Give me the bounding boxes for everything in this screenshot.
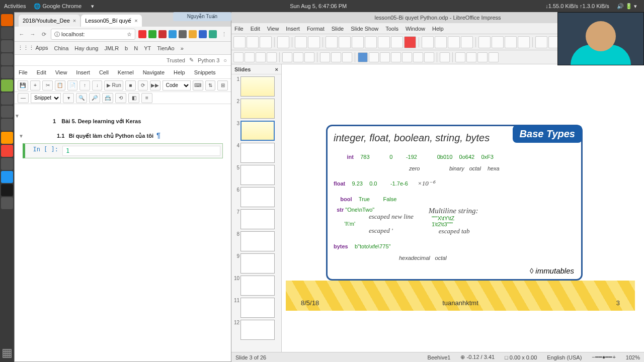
dock-app[interactable]	[1, 66, 13, 78]
toolbar-button[interactable]	[342, 52, 352, 62]
move-up-button[interactable]: ↑	[79, 80, 90, 90]
slide-thumbnail[interactable]: 6	[233, 187, 279, 207]
extension-icon[interactable]	[209, 30, 217, 38]
arrow-button[interactable]	[233, 52, 244, 62]
stop-button[interactable]: ■	[125, 80, 136, 90]
dock-app[interactable]	[1, 132, 13, 144]
dock-files[interactable]	[1, 27, 13, 39]
new-button[interactable]	[233, 36, 246, 48]
tb-button[interactable]: ≡	[141, 93, 152, 103]
close-icon[interactable]: ×	[275, 66, 278, 72]
dock-app[interactable]	[1, 79, 13, 92]
toolbar-button[interactable]	[477, 52, 488, 62]
textbox-button[interactable]	[422, 36, 434, 48]
paste-button[interactable]: 📄	[67, 80, 78, 90]
redo-button[interactable]	[308, 36, 320, 48]
slide-thumbnail[interactable]: 2	[233, 99, 279, 119]
toolbar-button[interactable]	[404, 36, 416, 48]
toolbar-button[interactable]	[505, 36, 517, 48]
active-app[interactable]: 🌐 Google Chrome ▾	[34, 3, 94, 10]
tb-button[interactable]: ▾	[63, 93, 74, 103]
slide-thumbnail[interactable]: 4	[233, 143, 279, 163]
menu-edit[interactable]: Edit	[37, 69, 46, 75]
menu-cell[interactable]: Cell	[99, 69, 109, 75]
extension-icon[interactable]	[138, 30, 146, 38]
cell-input[interactable]: 1	[62, 146, 220, 156]
toolbar-button[interactable]	[352, 36, 364, 48]
collapse-icon[interactable]: ▼	[19, 133, 24, 139]
extension-icon[interactable]	[169, 30, 177, 38]
slides-list[interactable]: 123456789101112	[231, 74, 281, 352]
open-button[interactable]	[247, 36, 259, 48]
toolbar-button[interactable]	[331, 52, 341, 62]
run-button[interactable]: ▶ Run	[104, 80, 123, 90]
clock[interactable]: Sun Aug 5, 6:47:06 PM	[290, 3, 347, 9]
menu-insert[interactable]: Insert	[76, 69, 90, 75]
bookmark[interactable]: YT	[144, 45, 151, 51]
slide-thumbnail[interactable]: 7	[233, 209, 279, 229]
show-applications[interactable]	[3, 349, 12, 358]
close-icon[interactable]: ×	[73, 18, 76, 24]
toggle-button[interactable]: ⇅	[205, 80, 216, 90]
slide-thumbnail[interactable]: 11	[233, 298, 279, 318]
tb-button[interactable]: ◧	[128, 93, 139, 103]
save-button[interactable]: 💾	[18, 80, 28, 90]
slide-thumbnail[interactable]: 8	[233, 231, 279, 251]
dock-obs[interactable]	[1, 184, 13, 196]
toolbar-button[interactable]	[267, 52, 277, 62]
zoom-button[interactable]	[245, 52, 255, 62]
forward-button[interactable]: →	[29, 30, 37, 38]
keyboard-button[interactable]: ⌨	[193, 80, 203, 90]
menu-kernel[interactable]: Kernel	[118, 69, 134, 75]
bookmark[interactable]: Hay dung	[74, 45, 98, 51]
toolbar-button[interactable]	[339, 36, 351, 48]
cell-type-select[interactable]: Code	[163, 80, 191, 90]
dock-app[interactable]	[1, 106, 13, 118]
menu-tools[interactable]: Tools	[385, 26, 398, 32]
browser-tab[interactable]: Lesson05_Bí quyế×	[81, 15, 141, 27]
dock-app[interactable]	[1, 197, 13, 209]
table-button[interactable]	[365, 36, 377, 48]
command-button[interactable]: ⊞	[217, 80, 228, 90]
dock-app[interactable]	[1, 145, 13, 157]
toolbar-button[interactable]	[478, 36, 491, 48]
menu-view[interactable]: View	[267, 26, 279, 32]
copy-button[interactable]: 📋	[55, 80, 65, 90]
toolbar-button[interactable]	[380, 52, 390, 62]
toolbar-button[interactable]	[256, 52, 266, 62]
tb-button[interactable]: 📇	[102, 93, 113, 103]
rect-button[interactable]	[293, 52, 303, 62]
menu-slideshow[interactable]: Slide Show	[351, 26, 378, 32]
toolbar-button[interactable]	[402, 52, 412, 62]
menu-format[interactable]: Format	[307, 26, 325, 32]
tb-button[interactable]: ⟲	[115, 93, 126, 103]
ellipse-button[interactable]	[304, 52, 314, 62]
tb-button[interactable]: 🔍	[76, 93, 87, 103]
cut-button[interactable]: ✂	[42, 80, 53, 90]
activities-button[interactable]: Activities	[4, 3, 26, 9]
dock-app[interactable]	[1, 171, 13, 183]
browser-tab[interactable]: 2018/Youtube_Dee×	[19, 15, 80, 27]
toolbar-button[interactable]	[413, 52, 423, 62]
bookmark-overflow[interactable]: »	[181, 45, 184, 51]
slide-thumbnail[interactable]: 12	[233, 320, 279, 340]
menu-help[interactable]: Help	[174, 69, 185, 75]
status-zoom[interactable]: 102%	[626, 354, 640, 360]
slide-thumbnail[interactable]: 10	[233, 276, 279, 296]
toolbar-button[interactable]	[391, 36, 403, 48]
toolbar-button[interactable]	[369, 52, 379, 62]
edit-icon[interactable]: ✎	[189, 57, 194, 63]
add-cell-button[interactable]: +	[30, 80, 41, 90]
menu-insert[interactable]: Insert	[286, 26, 300, 32]
toolbar-button[interactable]	[489, 52, 499, 62]
back-button[interactable]: ←	[18, 30, 26, 38]
bookmark[interactable]: JMLR	[104, 45, 119, 51]
system-tray[interactable]: 🔊 🔋 ▾	[617, 3, 637, 9]
move-down-button[interactable]: ↓	[92, 80, 103, 90]
snippets-select[interactable]: Snippets	[31, 93, 61, 103]
bookmark[interactable]: N	[134, 45, 138, 51]
toolbar-button[interactable]	[455, 52, 465, 62]
address-bar[interactable]: ⓘ localhost: ☆	[51, 29, 135, 40]
restart-run-button[interactable]: ▶▶	[150, 80, 160, 90]
extension-icon[interactable]	[158, 30, 167, 38]
